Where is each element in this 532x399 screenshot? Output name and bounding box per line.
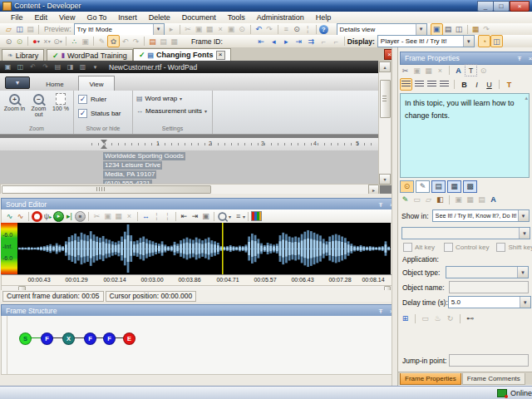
menu-file[interactable]: File	[5, 13, 29, 22]
align-right-icon[interactable]	[426, 79, 437, 90]
tab-frame-comments[interactable]: Frame Comments	[462, 373, 525, 385]
delete-audio-icon[interactable]: ×	[124, 211, 135, 222]
frame-node-end[interactable]: E	[123, 332, 135, 345]
play-button[interactable]: ▸	[53, 211, 64, 222]
vertical-scrollbar[interactable]: ▴ ▾	[378, 61, 392, 185]
rotate-right-icon[interactable]: ↷	[131, 36, 141, 47]
select-object-icon[interactable]: ⊞	[400, 313, 411, 324]
duplicate-icon[interactable]: ▣	[226, 24, 237, 35]
align-left-icon[interactable]	[400, 78, 412, 91]
key-icon[interactable]: ⊷	[465, 313, 475, 324]
audio-levels-dropdown[interactable]: ≡ ▾	[234, 211, 245, 222]
export-doc-icon[interactable]: ▤	[147, 36, 158, 47]
highlight-box-icon[interactable]: ▭	[420, 313, 431, 324]
edit-frame-icon[interactable]: ✎	[416, 180, 430, 193]
package-doc-icon[interactable]: ▦	[169, 36, 180, 47]
preview-mode-combo[interactable]: Try It! Mode ▾	[74, 23, 165, 36]
first-frame-icon[interactable]: ⇤	[256, 36, 267, 47]
refresh-icon[interactable]: ↷	[481, 24, 492, 35]
export-audio-icon[interactable]: ∿	[15, 211, 26, 222]
replace-icon[interactable]: ¦	[303, 24, 313, 35]
close-tab-icon[interactable]: ×	[216, 51, 225, 60]
print-icon[interactable]: ▤	[25, 24, 36, 35]
find-binoculars-icon[interactable]: ⊙	[292, 24, 303, 35]
selection-end-marker-icon[interactable]: ¦	[162, 211, 173, 222]
menu-document[interactable]: Document	[176, 13, 222, 22]
cut-icon[interactable]: ✂	[183, 24, 194, 35]
zoom-settings-icon[interactable]: ⊙	[14, 36, 25, 47]
chevron-down-icon[interactable]: ▾	[518, 210, 529, 221]
show-in-combo[interactable]: See It! / Try It!, Know It?, Do It! ▾	[432, 209, 530, 222]
record-button[interactable]	[32, 211, 42, 222]
branch-down-icon[interactable]: ⌐	[331, 36, 342, 47]
goto-frame-icon[interactable]: ⇉	[306, 36, 317, 47]
actor-frame-icon[interactable]: ⊙▾	[52, 36, 63, 47]
frame-settings-gear-icon[interactable]: ✿	[107, 35, 120, 47]
frame-node-start[interactable]: S	[19, 332, 32, 345]
scroll-up-icon[interactable]: ▴	[379, 62, 391, 72]
font-icon[interactable]: A	[488, 195, 499, 205]
text-effects-icon[interactable]: T	[504, 79, 515, 90]
open-icon[interactable]: ▱	[3, 24, 14, 35]
frame-node[interactable]: F	[84, 332, 96, 345]
previous-frame-icon[interactable]: ◂	[268, 36, 279, 47]
audio-waveform[interactable]	[18, 223, 391, 274]
redo-icon[interactable]: ↷	[264, 24, 275, 35]
paste-audio-icon[interactable]: ▦	[113, 211, 124, 222]
pin-icon[interactable]: Ŧ	[377, 307, 385, 315]
insert-frame-icon[interactable]: ●▾	[31, 36, 42, 47]
undo-icon[interactable]: ↶	[254, 24, 264, 35]
font-color-icon[interactable]: A	[453, 65, 464, 76]
branch-up-icon[interactable]: ⌐	[318, 36, 329, 47]
timer-icon[interactable]: ↻	[445, 313, 456, 324]
fill-color-icon[interactable]: ◧	[435, 195, 446, 205]
go-to-start-icon[interactable]: ⇤	[179, 211, 190, 222]
delete-icon[interactable]: ×	[435, 65, 446, 76]
paste-icon[interactable]: ▦	[204, 24, 215, 35]
pin-icon[interactable]: Ŧ	[377, 200, 385, 209]
tab-frame-properties[interactable]: Frame Properties	[400, 373, 461, 385]
chevron-down-icon[interactable]: ▾	[416, 24, 426, 35]
frame-node[interactable]: F	[41, 332, 53, 345]
seeit-frame-icon[interactable]: ▤	[431, 180, 446, 193]
copy-audio-icon[interactable]: ▣	[102, 211, 113, 222]
cut-icon[interactable]: ✂	[400, 65, 411, 76]
horizontal-scrollbar[interactable]: ▸	[0, 184, 380, 194]
tab-library[interactable]: ❧ Library	[2, 49, 44, 61]
scroll-up-icon[interactable]: ▴	[525, 95, 528, 101]
view-details-toggle-icon[interactable]: ▣	[431, 23, 443, 36]
close-panel-icon[interactable]: ×	[526, 54, 532, 62]
link-frames-icon[interactable]: ∴	[69, 36, 80, 47]
delay-time-combo[interactable]: 5.0 ▾	[448, 296, 531, 308]
stop-button[interactable]: ■	[75, 211, 86, 222]
search-icon[interactable]: ⊙	[237, 24, 248, 35]
stamp-icon[interactable]: ♨	[432, 313, 443, 324]
display-combo[interactable]: Player - See It! / Try It! ▾	[377, 35, 475, 47]
chevron-down-icon[interactable]: ▾	[463, 36, 474, 47]
play-selection-icon[interactable]: ▸|	[64, 211, 75, 222]
bubble-text-editor[interactable]: In this topic, you will learn how to cha…	[400, 93, 530, 178]
spell-check-icon[interactable]: ⊙	[478, 65, 489, 76]
menu-administration[interactable]: Administration	[251, 13, 310, 22]
player-publish-icon[interactable]: ◫	[490, 35, 503, 47]
menu-tools[interactable]: Tools	[222, 13, 251, 22]
menu-goto[interactable]: Go To	[81, 13, 112, 22]
folder-icon[interactable]: ▱	[423, 195, 434, 205]
menu-edit[interactable]: Edit	[29, 13, 54, 22]
frame-node[interactable]: X	[62, 332, 75, 345]
copy-icon[interactable]: ▣	[411, 65, 422, 76]
help-icon[interactable]: ?	[319, 25, 328, 34]
properties-icon[interactable]: ▦	[470, 24, 481, 35]
italic-icon[interactable]: I	[471, 79, 482, 90]
edit-action-icon[interactable]: ✎	[400, 195, 411, 205]
import-doc-icon[interactable]: ▤	[158, 36, 169, 47]
tab-wordpad-training[interactable]: ✓ ▮ WordPad Training	[47, 49, 133, 61]
frequency-chart-icon[interactable]	[251, 211, 262, 221]
compare-icon[interactable]: ≡	[281, 24, 292, 35]
bubble-text[interactable]: In this topic, you will learn how to cha…	[405, 97, 519, 122]
menu-insert[interactable]: Insert	[112, 13, 143, 22]
knowit-frame-icon[interactable]: ▩	[463, 180, 477, 193]
run-preview-icon[interactable]: ▸	[166, 24, 177, 35]
menu-view[interactable]: View	[53, 13, 81, 22]
align-justify-icon[interactable]	[439, 79, 450, 90]
